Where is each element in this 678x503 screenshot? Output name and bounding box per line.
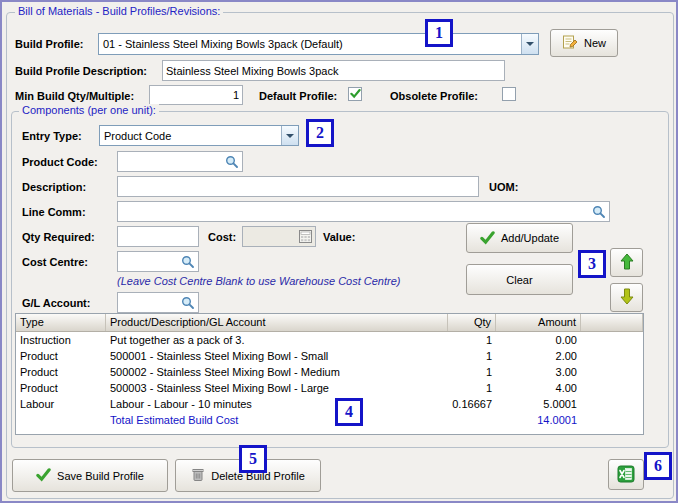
- component-description-input[interactable]: [117, 176, 479, 197]
- entry-type-select[interactable]: Product Code: [99, 125, 299, 146]
- delete-icon: [191, 467, 205, 484]
- column-header-type: Type: [16, 314, 106, 331]
- cell-type: Labour: [16, 398, 106, 410]
- product-code-label: Product Code:: [22, 156, 98, 168]
- cell-description: 500001 - Stainless Steel Mixing Bowl - S…: [106, 350, 448, 362]
- table-row[interactable]: Instruction Put together as a pack of 3.…: [16, 332, 643, 348]
- export-excel-button[interactable]: [608, 459, 644, 490]
- cell-type: Product: [16, 350, 106, 362]
- cell-description: Total Estimated Build Cost: [106, 414, 448, 426]
- build-profile-description-input[interactable]: Stainless Steel Mixing Bowls 3pack: [162, 60, 505, 81]
- cell-amount: 5.0001: [496, 398, 581, 410]
- table-row[interactable]: Product 500003 - Stainless Steel Mixing …: [16, 380, 643, 396]
- annotation-2: 2: [306, 119, 334, 147]
- annotation-3: 3: [578, 250, 606, 278]
- cost-centre-label: Cost Centre:: [22, 256, 88, 268]
- checkmark-icon: [350, 88, 361, 101]
- obsolete-profile-checkbox[interactable]: [502, 87, 516, 101]
- move-down-button[interactable]: [610, 283, 643, 312]
- table-row[interactable]: Product 500001 - Stainless Steel Mixing …: [16, 348, 643, 364]
- cell-type: Instruction: [16, 334, 106, 346]
- value-label: Value:: [323, 231, 355, 243]
- search-icon[interactable]: [592, 205, 606, 219]
- annotation-4: 4: [335, 398, 363, 426]
- search-icon[interactable]: [225, 155, 239, 169]
- cell-amount: 0.00: [496, 334, 581, 346]
- excel-icon: [617, 465, 635, 485]
- cell-amount: 2.00: [496, 350, 581, 362]
- annotation-6: 6: [644, 452, 672, 480]
- clear-button-label: Clear: [506, 274, 532, 286]
- bill-of-materials-window: Bill of Materials - Build Profiles/Revis…: [0, 0, 678, 503]
- save-build-profile-button[interactable]: Save Build Profile: [12, 459, 168, 492]
- build-profile-select[interactable]: 01 - Stainless Steel Mixing Bowls 3pack …: [98, 33, 539, 55]
- uom-label: UOM:: [489, 181, 518, 193]
- product-code-input[interactable]: [117, 151, 243, 172]
- search-icon[interactable]: [181, 255, 195, 269]
- entry-type-value: Product Code: [100, 130, 281, 142]
- cost-input: [242, 226, 316, 247]
- bom-groupbox-title: Bill of Materials - Build Profiles/Revis…: [15, 5, 223, 17]
- default-profile-label: Default Profile:: [259, 90, 337, 102]
- column-header-description: Product/Description/GL Account: [106, 314, 448, 331]
- calculator-icon[interactable]: [299, 230, 312, 243]
- annotation-5: 5: [239, 445, 267, 473]
- clear-button[interactable]: Clear: [466, 264, 573, 295]
- table-row[interactable]: Labour Labour - Labour - 10 minutes 0.16…: [16, 396, 643, 412]
- cell-type: Product: [16, 366, 106, 378]
- cell-type: Product: [16, 382, 106, 394]
- dropdown-arrow-icon[interactable]: [281, 126, 298, 145]
- cell-description: 500002 - Stainless Steel Mixing Bowl - M…: [106, 366, 448, 378]
- cost-centre-input[interactable]: [117, 251, 199, 272]
- cell-qty: 0.16667: [448, 398, 496, 410]
- annotation-1: 1: [425, 19, 453, 47]
- cell-qty: 1: [448, 366, 496, 378]
- cell-description: Labour - Labour - 10 minutes: [106, 398, 448, 410]
- check-icon: [36, 467, 51, 484]
- cell-qty: 1: [448, 382, 496, 394]
- column-header-qty: Qty: [448, 314, 496, 331]
- cell-description: Put together as a pack of 3.: [106, 334, 448, 346]
- arrow-up-icon: [620, 253, 634, 272]
- component-description-label: Description:: [22, 181, 86, 193]
- table-row[interactable]: Product 500002 - Stainless Steel Mixing …: [16, 364, 643, 380]
- move-up-button[interactable]: [610, 248, 643, 277]
- search-icon[interactable]: [181, 296, 195, 310]
- column-header-filler: [581, 314, 643, 331]
- add-update-button-label: Add/Update: [501, 232, 559, 244]
- cell-amount: 3.00: [496, 366, 581, 378]
- gl-account-label: G/L Account:: [22, 297, 90, 309]
- min-build-qty-value: 1: [153, 89, 239, 101]
- line-comm-input[interactable]: [117, 201, 610, 222]
- cell-qty: 1: [448, 350, 496, 362]
- dropdown-arrow-icon[interactable]: [521, 34, 538, 54]
- new-document-icon: [562, 34, 578, 52]
- cell-amount: 14.0001: [496, 414, 581, 426]
- line-comm-label: Line Comm:: [22, 206, 86, 218]
- column-header-amount: Amount: [496, 314, 581, 331]
- qty-required-input[interactable]: [117, 226, 199, 247]
- build-profile-label: Build Profile:: [15, 38, 83, 50]
- new-button[interactable]: New: [550, 29, 618, 57]
- new-button-label: New: [584, 37, 606, 49]
- table-row-total: Total Estimated Build Cost 14.0001: [16, 412, 643, 428]
- build-profile-description-value: Stainless Steel Mixing Bowls 3pack: [166, 65, 501, 77]
- save-build-profile-label: Save Build Profile: [57, 470, 144, 482]
- add-update-button[interactable]: Add/Update: [466, 223, 573, 253]
- cost-label: Cost:: [208, 231, 236, 243]
- min-build-qty-input[interactable]: 1: [149, 85, 243, 105]
- qty-required-label: Qty Required:: [22, 231, 95, 243]
- cell-amount: 4.00: [496, 382, 581, 394]
- min-build-qty-label: Min Build Qty/Multiple:: [15, 90, 134, 102]
- entry-type-label: Entry Type:: [22, 130, 82, 142]
- components-table: Type Product/Description/GL Account Qty …: [15, 313, 644, 435]
- cell-qty: 1: [448, 334, 496, 346]
- table-header-row: Type Product/Description/GL Account Qty …: [16, 314, 643, 332]
- gl-account-input[interactable]: [117, 292, 199, 313]
- build-profile-value: 01 - Stainless Steel Mixing Bowls 3pack …: [99, 38, 521, 50]
- components-title: Components (per one unit):: [19, 104, 159, 116]
- arrow-down-icon: [620, 288, 634, 307]
- cost-centre-note: (Leave Cost Centre Blank to use Warehous…: [117, 275, 401, 287]
- cell-description: 500003 - Stainless Steel Mixing Bowl - L…: [106, 382, 448, 394]
- default-profile-checkbox[interactable]: [348, 87, 362, 101]
